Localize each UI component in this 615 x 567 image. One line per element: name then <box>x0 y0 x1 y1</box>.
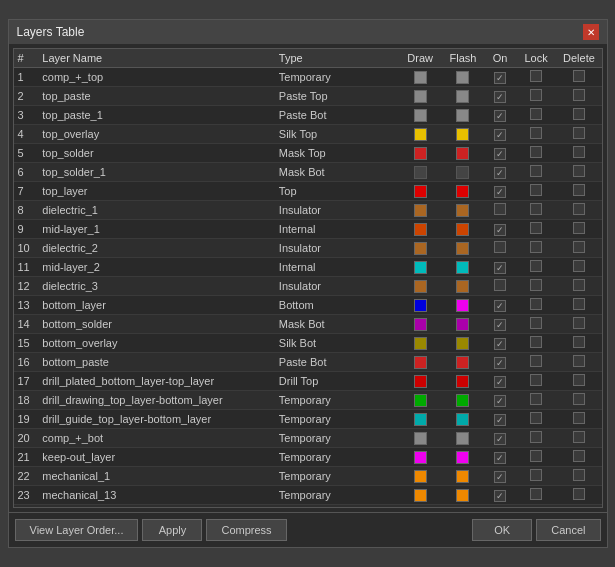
cell-delete[interactable] <box>556 125 601 144</box>
cell-draw[interactable] <box>399 125 442 144</box>
table-row[interactable]: 10dielectric_2Insulator <box>14 239 602 258</box>
cell-lock[interactable] <box>516 296 557 315</box>
cell-draw[interactable] <box>399 372 442 391</box>
cell-lock[interactable] <box>516 467 557 486</box>
cell-delete[interactable] <box>556 106 601 125</box>
delete-checkbox[interactable] <box>573 374 585 386</box>
delete-checkbox[interactable] <box>573 355 585 367</box>
cell-delete[interactable] <box>556 220 601 239</box>
cell-on[interactable] <box>484 163 516 182</box>
cell-flash[interactable] <box>442 68 485 87</box>
cell-on[interactable] <box>484 410 516 429</box>
delete-checkbox[interactable] <box>573 184 585 196</box>
delete-checkbox[interactable] <box>573 469 585 481</box>
cell-delete[interactable] <box>556 201 601 220</box>
cell-delete[interactable] <box>556 239 601 258</box>
table-row[interactable]: 15bottom_overlaySilk Bot <box>14 334 602 353</box>
cell-draw[interactable] <box>399 296 442 315</box>
on-checkbox[interactable] <box>494 471 506 483</box>
cell-on[interactable] <box>484 486 516 505</box>
cell-flash[interactable] <box>442 334 485 353</box>
cell-on[interactable] <box>484 505 516 509</box>
cell-on[interactable] <box>484 448 516 467</box>
cell-flash[interactable] <box>442 353 485 372</box>
cell-draw[interactable] <box>399 68 442 87</box>
cell-draw[interactable] <box>399 277 442 296</box>
cell-lock[interactable] <box>516 353 557 372</box>
table-row[interactable]: 18drill_drawing_top_layer-bottom_layerTe… <box>14 391 602 410</box>
cell-flash[interactable] <box>442 144 485 163</box>
lock-checkbox[interactable] <box>530 165 542 177</box>
lock-checkbox[interactable] <box>530 146 542 158</box>
cell-flash[interactable] <box>442 220 485 239</box>
delete-checkbox[interactable] <box>573 298 585 310</box>
cell-draw[interactable] <box>399 391 442 410</box>
cell-draw[interactable] <box>399 353 442 372</box>
on-checkbox[interactable] <box>494 186 506 198</box>
table-row[interactable]: 14bottom_solderMask Bot <box>14 315 602 334</box>
cell-draw[interactable] <box>399 201 442 220</box>
on-checkbox[interactable] <box>494 376 506 388</box>
lock-checkbox[interactable] <box>530 507 542 508</box>
cell-on[interactable] <box>484 391 516 410</box>
cell-on[interactable] <box>484 87 516 106</box>
cell-lock[interactable] <box>516 258 557 277</box>
cell-on[interactable] <box>484 144 516 163</box>
lock-checkbox[interactable] <box>530 89 542 101</box>
cell-draw[interactable] <box>399 315 442 334</box>
cell-delete[interactable] <box>556 163 601 182</box>
table-row[interactable]: 11mid-layer_2Internal <box>14 258 602 277</box>
cell-delete[interactable] <box>556 429 601 448</box>
cell-lock[interactable] <box>516 505 557 509</box>
cell-flash[interactable] <box>442 486 485 505</box>
cell-on[interactable] <box>484 220 516 239</box>
delete-checkbox[interactable] <box>573 488 585 500</box>
table-row[interactable]: 19drill_guide_top_layer-bottom_layerTemp… <box>14 410 602 429</box>
lock-checkbox[interactable] <box>530 393 542 405</box>
delete-checkbox[interactable] <box>573 279 585 291</box>
lock-checkbox[interactable] <box>530 355 542 367</box>
lock-checkbox[interactable] <box>530 127 542 139</box>
cell-on[interactable] <box>484 239 516 258</box>
table-row[interactable]: 13bottom_layerBottom <box>14 296 602 315</box>
table-row[interactable]: 5top_solderMask Top <box>14 144 602 163</box>
cell-draw[interactable] <box>399 87 442 106</box>
cell-draw[interactable] <box>399 239 442 258</box>
lock-checkbox[interactable] <box>530 412 542 424</box>
cell-draw[interactable] <box>399 448 442 467</box>
cell-delete[interactable] <box>556 486 601 505</box>
lock-checkbox[interactable] <box>530 469 542 481</box>
cell-delete[interactable] <box>556 144 601 163</box>
on-checkbox[interactable] <box>494 91 506 103</box>
cell-flash[interactable] <box>442 258 485 277</box>
cell-on[interactable] <box>484 277 516 296</box>
cell-draw[interactable] <box>399 163 442 182</box>
cell-lock[interactable] <box>516 410 557 429</box>
on-checkbox[interactable] <box>494 395 506 407</box>
cell-delete[interactable] <box>556 467 601 486</box>
on-checkbox[interactable] <box>494 357 506 369</box>
lock-checkbox[interactable] <box>530 279 542 291</box>
cell-draw[interactable] <box>399 505 442 509</box>
lock-checkbox[interactable] <box>530 298 542 310</box>
cell-draw[interactable] <box>399 182 442 201</box>
on-checkbox[interactable] <box>494 241 506 253</box>
delete-checkbox[interactable] <box>573 317 585 329</box>
table-row[interactable]: 21keep-out_layerTemporary <box>14 448 602 467</box>
on-checkbox[interactable] <box>494 72 506 84</box>
cell-flash[interactable] <box>442 239 485 258</box>
compress-button[interactable]: Compress <box>206 519 286 541</box>
cell-on[interactable] <box>484 182 516 201</box>
delete-checkbox[interactable] <box>573 165 585 177</box>
delete-checkbox[interactable] <box>573 127 585 139</box>
cell-delete[interactable] <box>556 315 601 334</box>
cell-delete[interactable] <box>556 353 601 372</box>
on-checkbox[interactable] <box>494 279 506 291</box>
cell-lock[interactable] <box>516 220 557 239</box>
lock-checkbox[interactable] <box>530 70 542 82</box>
delete-checkbox[interactable] <box>573 412 585 424</box>
cell-draw[interactable] <box>399 258 442 277</box>
cell-on[interactable] <box>484 125 516 144</box>
on-checkbox[interactable] <box>494 110 506 122</box>
cell-draw[interactable] <box>399 106 442 125</box>
